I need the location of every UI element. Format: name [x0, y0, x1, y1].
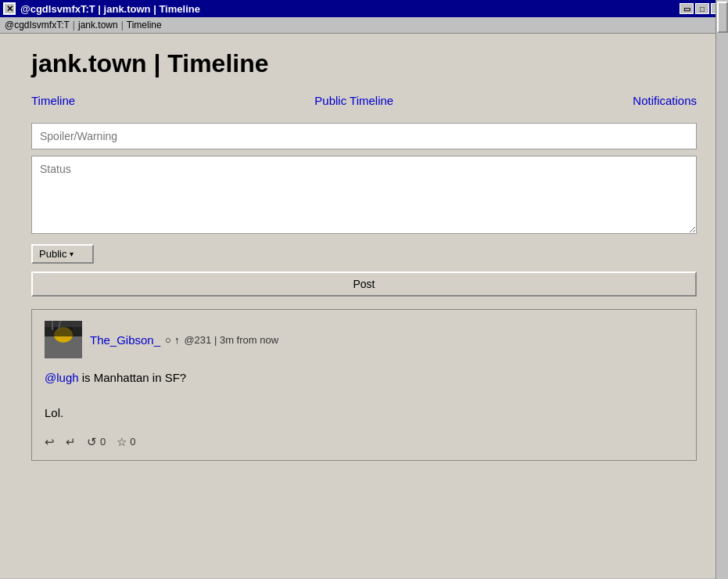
- maximize-button[interactable]: □: [695, 3, 709, 14]
- address-bar: @cgdIsvmfxT:T | jank.town | Timeline: [0, 17, 728, 34]
- reblog-icon: ↺: [87, 435, 97, 449]
- window-title: @cgdIsvmfxT:T | jank.town | Timeline: [20, 3, 200, 15]
- scroll-thumb[interactable]: [717, 2, 728, 33]
- post-body: @lugh is Manhattan in SF? Lol.: [45, 369, 683, 423]
- nav-bar: Timeline Public Timeline Notifications: [31, 94, 697, 107]
- avatar-image: [45, 321, 82, 358]
- visibility-row: Public ▾: [31, 244, 697, 264]
- visibility-dropdown[interactable]: Public ▾: [31, 244, 94, 264]
- visibility-label: Public: [39, 248, 66, 260]
- post-timestamp: @231 | 3m from now: [184, 334, 278, 346]
- quote-icon: ↵: [66, 435, 76, 449]
- reply-icon: ↑: [174, 334, 180, 346]
- nav-timeline[interactable]: Timeline: [31, 94, 75, 107]
- reblog-button[interactable]: ↺ 0: [87, 435, 106, 449]
- post-meta: The_Gibson_ ○ ↑ @231 | 3m from now: [90, 333, 278, 347]
- fav-count: 0: [130, 436, 135, 448]
- avatar: [45, 321, 82, 358]
- separator-1: |: [73, 20, 75, 31]
- separator-2: |: [121, 20, 124, 31]
- status-textarea[interactable]: [31, 156, 697, 234]
- spoiler-input[interactable]: [31, 123, 697, 149]
- content-area: jank.town | Timeline Timeline Public Tim…: [0, 34, 728, 578]
- quote-button[interactable]: ↵: [66, 435, 76, 449]
- minimize-button[interactable]: ▭: [680, 3, 694, 14]
- reply-icon: ↩: [45, 435, 55, 449]
- compose-form: Public ▾ Post: [31, 123, 697, 297]
- breadcrumb-2: jank.town: [78, 20, 118, 31]
- breadcrumb-1: @cgdIsvmfxT:T: [5, 20, 70, 31]
- mention-link[interactable]: @lugh: [45, 371, 79, 384]
- chevron-down-icon: ▾: [70, 250, 74, 258]
- svg-rect-5: [45, 321, 82, 327]
- favorite-button[interactable]: ☆ 0: [117, 435, 135, 449]
- post-button[interactable]: Post: [31, 272, 697, 297]
- post-actions: ↩ ↵ ↺ 0 ☆ 0: [45, 435, 683, 449]
- breadcrumb-3: Timeline: [127, 20, 162, 31]
- nav-public-timeline[interactable]: Public Timeline: [314, 94, 393, 107]
- post-button-row: Post: [31, 272, 697, 297]
- post-header: The_Gibson_ ○ ↑ @231 | 3m from now: [45, 321, 683, 358]
- reblog-count: 0: [100, 436, 106, 448]
- title-bar: ✕ @cgdIsvmfxT:T | jank.town | Timeline ▭…: [0, 0, 728, 17]
- page-title: jank.town | Timeline: [31, 49, 697, 78]
- nav-notifications[interactable]: Notifications: [633, 94, 697, 107]
- post-card: The_Gibson_ ○ ↑ @231 | 3m from now @lugh…: [31, 309, 697, 461]
- post-text-line1: @lugh is Manhattan in SF?: [45, 369, 683, 387]
- star-icon: ☆: [117, 435, 127, 449]
- post-text-rest: is Manhattan in SF?: [82, 371, 186, 384]
- close-button[interactable]: ✕: [3, 2, 16, 15]
- reply-button[interactable]: ↩: [45, 435, 55, 449]
- scrollbar[interactable]: [715, 0, 728, 578]
- post-text-line2: Lol.: [45, 405, 683, 423]
- username-link[interactable]: The_Gibson_: [90, 333, 160, 347]
- lock-icon: ○: [165, 334, 171, 346]
- post-visibility-icons: ○ ↑: [165, 334, 179, 346]
